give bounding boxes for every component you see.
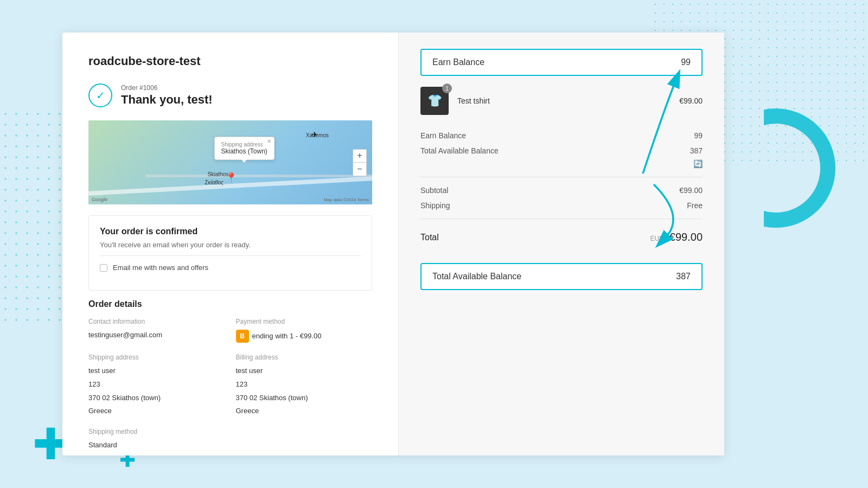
product-price: €99.00 (679, 97, 703, 105)
shipping-label: Shipping (420, 201, 450, 210)
shipping-method-group: Shipping method Standard (88, 428, 225, 451)
product-name: Test tshirt (457, 97, 671, 105)
shipping-name: test user (88, 365, 225, 377)
earn-balance-summary-value: 99 (694, 131, 703, 140)
earn-balance-value: 99 (681, 57, 691, 67)
summary-divider (420, 177, 703, 177)
product-badge: 1 (442, 84, 452, 93)
map-bg: ✈ Xanemos Skiathos Σκίαθος ✕ Shipping ad… (88, 120, 372, 204)
shipping-address-label: Shipping address (88, 354, 225, 361)
billing-country: Greece (236, 406, 373, 417)
map-pin-icon: 📍 (225, 172, 237, 184)
confirmed-section: Your order is confirmed You'll receive a… (88, 215, 372, 291)
payment-method-label: Payment method (236, 318, 373, 325)
details-grid: Contact information testinguser@gmail.co… (88, 318, 372, 451)
shipping-city: 370 02 Skiathos (town) (88, 393, 225, 404)
map-tooltip-close[interactable]: ✕ (267, 138, 271, 144)
billing-name: test user (236, 365, 373, 377)
total-available-value: 387 (676, 272, 691, 281)
total-row: Total EUR €99.00 (420, 224, 703, 250)
product-row: 👕 1 Test tshirt €99.00 (420, 87, 703, 115)
payment-method-group: Payment method B ending with 1 - €99.00 (236, 318, 373, 343)
earn-balance-summary-label: Earn Balance (420, 131, 466, 140)
total-amount: €99.00 (669, 231, 703, 243)
map-copyright: Map data ©2024 Terms (324, 197, 369, 202)
email-checkbox-label: Email me with news and offers (113, 264, 208, 272)
contact-info-label: Contact information (88, 318, 225, 325)
check-circle-icon: ✓ (88, 84, 112, 107)
shipping-address-group: Shipping address test user 123 370 02 Sk… (88, 354, 225, 417)
payment-value: ending with 1 - €99.00 (252, 331, 322, 342)
total-balance-summary-row: Total Available Balance 387 (420, 143, 703, 158)
shipping-country: Greece (88, 406, 225, 417)
billing-address-label: Billing address (236, 354, 373, 361)
confirmed-title: Your order is confirmed (100, 227, 361, 236)
earn-balance-label: Earn Balance (432, 57, 484, 67)
order-thank: Thank you, test! (121, 93, 213, 107)
total-available-balance-box: Total Available Balance 387 (420, 263, 703, 290)
total-available-label: Total Available Balance (432, 272, 521, 281)
billing-street: 123 (236, 379, 373, 390)
shipping-method-value: Standard (88, 440, 225, 451)
confirmed-text: You'll receive an email when your order … (100, 241, 361, 249)
map-zoom-in[interactable]: + (353, 150, 366, 163)
order-header: ✓ Order #1006 Thank you, test! (88, 84, 372, 107)
total-balance-summary-value: 387 (690, 146, 703, 155)
email-checkbox-input[interactable] (100, 264, 107, 272)
order-meta: Order #1006 Thank you, test! (121, 84, 213, 107)
payment-badge: B (236, 330, 249, 343)
contact-info-value: testinguser@gmail.com (88, 330, 225, 341)
subtotal-label: Subtotal (420, 186, 448, 195)
map-place-xanemos: Xanemos (306, 132, 329, 138)
left-panel: roadcube-store-test ✓ Order #1006 Thank … (62, 33, 399, 455)
billing-address-group: Billing address test user 123 370 02 Ski… (236, 354, 373, 417)
map-google-label: Google (92, 197, 107, 202)
email-checkbox-row: Email me with news and offers (100, 255, 361, 279)
main-card: roadcube-store-test ✓ Order #1006 Thank … (62, 33, 724, 455)
map-tooltip-label: Shipping address (221, 142, 267, 147)
total-balance-summary-label: Total Available Balance (420, 146, 499, 155)
order-details-title: Order details (88, 299, 372, 309)
refresh-icon[interactable]: 🔄 (693, 159, 703, 168)
subtotal-row: Subtotal €99.00 (420, 183, 703, 198)
billing-city: 370 02 Skiathos (town) (236, 393, 373, 404)
shipping-street: 123 (88, 379, 225, 390)
map-container: ✈ Xanemos Skiathos Σκίαθος ✕ Shipping ad… (88, 120, 372, 204)
shipping-row: Shipping Free (420, 198, 703, 213)
tshirt-icon: 👕 (427, 94, 442, 108)
order-number: Order #1006 (121, 84, 213, 92)
payment-row: B ending with 1 - €99.00 (236, 330, 373, 343)
product-image-wrapper: 👕 1 (420, 87, 449, 115)
store-title: roadcube-store-test (88, 54, 372, 68)
total-currency: EUR (650, 235, 663, 242)
summary-divider-2 (420, 219, 703, 219)
earn-balance-summary-row: Earn Balance 99 (420, 128, 703, 143)
order-details-section: Order details Contact information testin… (88, 299, 372, 451)
map-place-skiathos-gr: Σκίαθος (205, 179, 224, 185)
shipping-value: Free (687, 201, 703, 210)
right-panel: Earn Balance 99 👕 1 Test tshirt €99.00 E… (399, 33, 724, 455)
map-zoom-controls: + − (353, 149, 367, 176)
map-tooltip: ✕ Shipping address Skiathos (Town) (214, 137, 275, 160)
total-label: Total (420, 233, 439, 242)
earn-balance-box: Earn Balance 99 (420, 49, 703, 76)
map-zoom-out[interactable]: − (353, 163, 366, 176)
map-road2 (145, 175, 372, 177)
subtotal-value: €99.00 (679, 186, 703, 195)
map-tooltip-value: Skiathos (Town) (221, 147, 267, 155)
shipping-method-label: Shipping method (88, 428, 225, 435)
contact-info-group: Contact information testinguser@gmail.co… (88, 318, 225, 343)
